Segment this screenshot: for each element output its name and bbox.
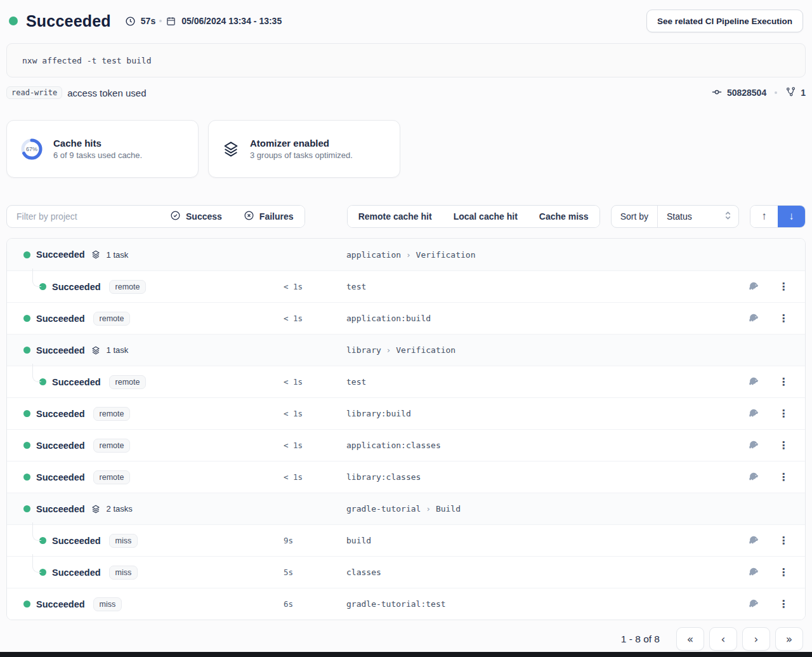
failures-filter-label: Failures xyxy=(259,211,294,222)
pagination: 1 - 8 of 8 « ‹ › » xyxy=(6,627,806,651)
sort-direction-group: ↑ ↓ xyxy=(750,205,806,228)
duration-label: < 1s xyxy=(280,314,346,323)
sort-by-label: Sort by xyxy=(612,206,657,227)
task-name: gradle-tutorial:test xyxy=(346,599,735,609)
kebab-menu-icon[interactable]: ⋮ xyxy=(778,441,789,451)
path-separator: › xyxy=(421,504,435,514)
status-dot xyxy=(23,251,30,258)
calendar-icon xyxy=(166,16,176,27)
failures-filter-button[interactable]: Failures xyxy=(233,206,304,227)
layers-icon xyxy=(221,140,240,159)
row-status-cell: Succeeded remote xyxy=(7,407,280,421)
sort-select[interactable]: Status xyxy=(657,206,738,227)
tree-connector xyxy=(32,554,41,573)
row-status-label: Succeeded xyxy=(36,599,85,609)
sort-descending-button[interactable]: ↓ xyxy=(778,206,805,227)
row-status-label: Succeeded xyxy=(36,472,85,482)
task-name: library › Verification xyxy=(346,345,735,355)
cache-hits-card: 67% Cache hits 6 of 9 tasks used cache. xyxy=(6,120,199,178)
project-filter-group: Success Failures xyxy=(6,205,305,228)
table-row[interactable]: Succeeded remote < 1s library:build ⋮ xyxy=(7,397,805,429)
cache-badge: remote xyxy=(93,439,131,453)
task-name: application:classes xyxy=(346,441,735,450)
table-row[interactable]: Succeeded miss 5s classes ⋮ xyxy=(7,556,805,588)
kebab-menu-icon[interactable]: ⋮ xyxy=(778,314,789,324)
row-status-cell: Succeeded remote xyxy=(7,375,280,389)
separator-dot xyxy=(159,20,162,22)
task-count-label: 1 task xyxy=(107,345,129,355)
gradle-elephant-icon[interactable] xyxy=(747,598,760,611)
kebab-menu-icon[interactable]: ⋮ xyxy=(778,282,789,292)
gradle-elephant-icon[interactable] xyxy=(747,408,760,420)
table-row[interactable]: Succeeded 1 task application › Verificat… xyxy=(7,239,805,270)
run-duration-label: 57s xyxy=(141,16,155,26)
cache-hits-title: Cache hits xyxy=(53,138,142,149)
gradle-elephant-icon[interactable] xyxy=(747,312,760,325)
tree-connector xyxy=(32,269,41,287)
clock-icon xyxy=(125,16,136,27)
vcs-info: 50828504 1 xyxy=(711,86,806,100)
status-dot xyxy=(23,601,30,607)
run-duration: 57s xyxy=(125,16,155,27)
task-name: test xyxy=(346,282,735,291)
row-status-cell: Succeeded remote xyxy=(7,280,280,294)
cache-hits-percent: 67% xyxy=(20,137,44,161)
table-row[interactable]: Succeeded remote < 1s test ⋮ xyxy=(7,366,805,397)
filter-by-project-input[interactable] xyxy=(7,206,159,227)
related-pipeline-button[interactable]: See related CI Pipeline Execution xyxy=(646,10,803,32)
previous-page-button[interactable]: ‹ xyxy=(709,627,737,651)
kebab-menu-icon[interactable]: ⋮ xyxy=(778,377,789,387)
gradle-elephant-icon[interactable] xyxy=(747,281,760,293)
sort-group: Sort by Status xyxy=(611,205,739,228)
path-separator: › xyxy=(401,250,416,260)
filter-bar: Success Failures Remote cache hit Local … xyxy=(6,205,806,228)
row-actions: ⋮ xyxy=(735,312,805,325)
status-dot xyxy=(23,347,30,354)
command-card: nxw affected -t test build xyxy=(6,43,806,77)
table-row[interactable]: Succeeded miss 9s build ⋮ xyxy=(7,524,805,556)
duration-label: < 1s xyxy=(280,472,346,482)
table-row[interactable]: Succeeded 2 tasks gradle-tutorial › Buil… xyxy=(7,493,805,524)
last-page-button[interactable]: » xyxy=(775,627,803,651)
cache-filter-group: Remote cache hit Local cache hit Cache m… xyxy=(347,205,600,228)
first-page-button[interactable]: « xyxy=(676,627,704,651)
table-row[interactable]: Succeeded miss 6s gradle-tutorial:test ⋮ xyxy=(7,588,805,620)
kebab-menu-icon[interactable]: ⋮ xyxy=(778,599,789,609)
gradle-elephant-icon[interactable] xyxy=(747,376,760,388)
kebab-menu-icon[interactable]: ⋮ xyxy=(778,536,789,546)
table-row[interactable]: Succeeded 1 task library › Verification … xyxy=(7,334,805,366)
table-row[interactable]: Succeeded remote < 1s application:classe… xyxy=(7,429,805,461)
gradle-elephant-icon[interactable] xyxy=(747,471,760,484)
gradle-elephant-icon[interactable] xyxy=(747,439,760,452)
local-cache-hit-button[interactable]: Local cache hit xyxy=(443,206,528,227)
commit-icon xyxy=(711,86,723,100)
task-name: application:build xyxy=(346,314,735,323)
status-dot xyxy=(23,315,30,322)
row-status-label: Succeeded xyxy=(52,536,101,546)
cache-miss-button[interactable]: Cache miss xyxy=(528,206,599,227)
summary-cards: 67% Cache hits 6 of 9 tasks used cache. … xyxy=(6,120,806,178)
kebab-menu-icon[interactable]: ⋮ xyxy=(778,567,789,578)
success-filter-button[interactable]: Success xyxy=(159,206,233,227)
kebab-menu-icon[interactable]: ⋮ xyxy=(778,472,789,482)
gradle-elephant-icon[interactable] xyxy=(747,534,760,547)
gradle-elephant-icon[interactable] xyxy=(747,566,760,579)
table-row[interactable]: Succeeded remote < 1s test ⋮ xyxy=(7,270,805,302)
row-status-cell: Succeeded miss xyxy=(7,566,280,580)
row-status-cell: Succeeded remote xyxy=(7,470,280,484)
remote-cache-hit-button[interactable]: Remote cache hit xyxy=(348,206,443,227)
kebab-menu-icon[interactable]: ⋮ xyxy=(778,409,789,419)
status-dot xyxy=(23,410,30,417)
row-status-label: Succeeded xyxy=(36,441,85,451)
row-status-label: Succeeded xyxy=(52,567,101,578)
commit-sha[interactable]: 50828504 xyxy=(727,88,766,98)
cache-badge: miss xyxy=(109,566,138,580)
table-row[interactable]: Succeeded remote < 1s application:build … xyxy=(7,302,805,334)
token-row: read-write access token used 50828504 1 xyxy=(6,86,806,100)
sort-ascending-button[interactable]: ↑ xyxy=(750,206,778,227)
table-row[interactable]: Succeeded remote < 1s library:classes ⋮ xyxy=(7,461,805,493)
row-status-cell: Succeeded remote xyxy=(7,439,280,453)
cache-badge: remote xyxy=(109,280,147,294)
next-page-button[interactable]: › xyxy=(742,627,770,651)
row-status-cell: Succeeded miss xyxy=(7,597,280,611)
